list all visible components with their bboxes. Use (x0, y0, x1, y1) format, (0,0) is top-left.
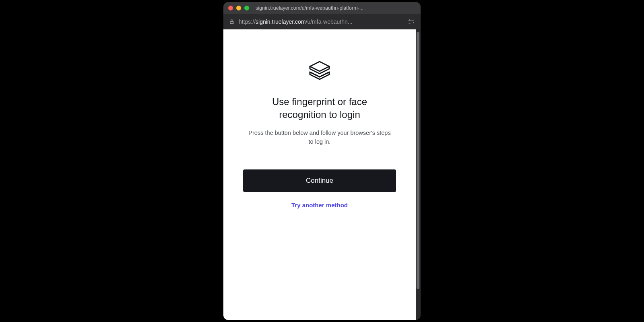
maximize-window-button[interactable] (244, 6, 249, 10)
window-controls (228, 6, 249, 10)
url-prefix: https:// (239, 19, 256, 25)
browser-window: signin.truelayer.com/u/mfa-webauthn-plat… (223, 2, 421, 320)
page-heading: Use fingerprint or face recognition to l… (255, 95, 384, 122)
url-path: /u/mfa-webauthn... (306, 19, 353, 25)
scrollbar-track[interactable] (417, 32, 419, 318)
layers-icon (307, 78, 332, 85)
close-window-button[interactable] (228, 6, 233, 10)
url-display: https://signin.truelayer.com/u/mfa-webau… (239, 19, 404, 25)
auth-content: Use fingerprint or face recognition to l… (223, 29, 416, 225)
minimize-window-button[interactable] (236, 6, 241, 10)
svg-text:A: A (409, 18, 411, 22)
brand-logo (307, 58, 332, 86)
lock-icon (229, 19, 235, 25)
continue-button[interactable]: Continue (243, 169, 396, 192)
svg-rect-0 (230, 21, 233, 23)
tab-title: signin.truelayer.com/u/mfa-webauthn-plat… (256, 5, 416, 11)
page-subtext: Press the button below and follow your b… (247, 129, 392, 147)
viewport-wrapper: Use fingerprint or face recognition to l… (223, 29, 421, 320)
window-titlebar: signin.truelayer.com/u/mfa-webauthn-plat… (223, 2, 421, 14)
reader-mode-icon[interactable]: A (408, 18, 415, 25)
url-host: signin.truelayer.com (256, 19, 306, 25)
try-another-method-link[interactable]: Try another method (291, 202, 348, 208)
page-viewport: Use fingerprint or face recognition to l… (223, 29, 416, 320)
scrollbar-thumb[interactable] (417, 32, 419, 289)
address-bar[interactable]: https://signin.truelayer.com/u/mfa-webau… (223, 14, 421, 29)
